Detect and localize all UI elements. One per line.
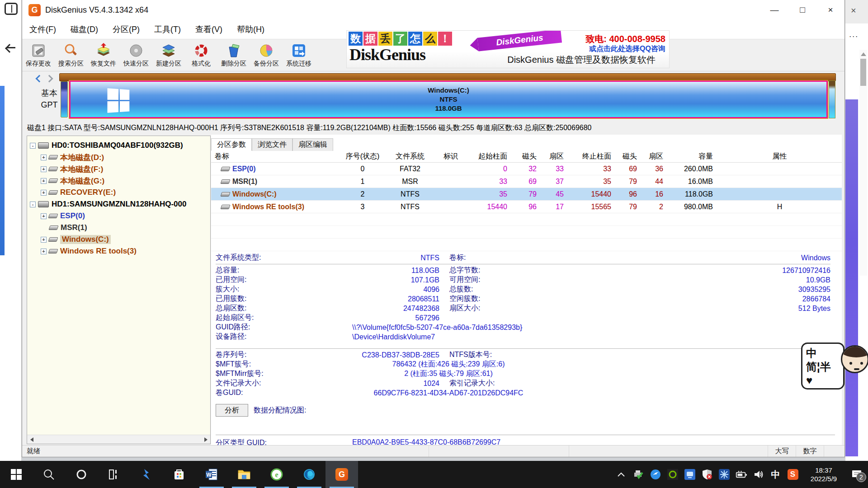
expand-icon[interactable]: + bbox=[41, 190, 47, 196]
partition-bar-esp[interactable] bbox=[61, 81, 68, 117]
expand-icon[interactable]: + bbox=[41, 155, 47, 160]
menu-disk[interactable]: 磁盘(D) bbox=[63, 21, 105, 38]
expand-icon[interactable]: + bbox=[41, 166, 47, 172]
table-row-windows-c-selected[interactable]: Windows(C:) 2 NTFS 35 79 45 15440 96 16 … bbox=[211, 188, 842, 201]
tab-partition-params[interactable]: 分区参数 bbox=[211, 138, 252, 151]
col-end-head[interactable]: 磁头 bbox=[616, 152, 642, 161]
expand-icon[interactable]: + bbox=[41, 178, 47, 184]
table-row-esp[interactable]: ESP(0) 0 FAT32 0 32 33 33 69 36 260.0MB bbox=[211, 163, 842, 175]
scroll-left-arrow-icon[interactable] bbox=[27, 436, 36, 444]
col-attr[interactable]: 属性 bbox=[717, 152, 842, 161]
tree-item-local-f[interactable]: + 本地磁盘(F:) bbox=[41, 163, 103, 175]
backup-partition-button[interactable]: 备份分区 bbox=[250, 39, 283, 71]
start-button[interactable] bbox=[0, 461, 33, 488]
col-end-cyl[interactable]: 终止柱面 bbox=[568, 152, 616, 161]
ellipsis-menu-icon[interactable]: ∙∙∙ bbox=[849, 32, 859, 41]
battery-tray-icon[interactable] bbox=[736, 469, 747, 480]
menu-partition[interactable]: 分区(P) bbox=[105, 21, 147, 38]
tree-item-windows-c[interactable]: + Windows(C:) bbox=[41, 234, 111, 245]
expand-icon[interactable]: + bbox=[41, 213, 47, 219]
floating-widget[interactable]: 中 简¦半 ♥ bbox=[801, 343, 868, 393]
task-view-button[interactable] bbox=[98, 461, 130, 488]
background-scrollbar[interactable] bbox=[859, 50, 867, 276]
save-changes-button[interactable]: 保存更改 bbox=[22, 39, 55, 71]
quick-partition-button[interactable]: 快速分区 bbox=[120, 39, 152, 71]
cortana-button[interactable] bbox=[65, 461, 98, 488]
analyze-button[interactable]: 分析 bbox=[216, 404, 248, 417]
defender-tray-icon[interactable] bbox=[701, 469, 712, 480]
tree-item-hd0[interactable]: - HD0:TOSHIBAMQ04ABF100(932GB) bbox=[30, 140, 183, 151]
tree-item-local-d[interactable]: + 本地磁盘(D:) bbox=[41, 151, 104, 163]
banner-qq-link[interactable]: 或点击此处选择QQ咨询 bbox=[589, 44, 665, 54]
menu-tools[interactable]: 工具(T) bbox=[147, 21, 188, 38]
ime-indicator[interactable]: 中 bbox=[770, 469, 781, 480]
sogou-tray-icon[interactable]: S bbox=[787, 469, 798, 480]
close-button[interactable]: × bbox=[816, 0, 844, 20]
menu-help[interactable]: 帮助(H) bbox=[230, 21, 272, 38]
nvidia-tray-icon[interactable] bbox=[667, 469, 678, 480]
col-start-cyl[interactable]: 起始柱面 bbox=[469, 152, 512, 161]
tree-item-hd1[interactable]: - HD1:SAMSUNGMZNLN128HAHQ-000 bbox=[30, 198, 187, 210]
scroll-up-arrow-icon[interactable] bbox=[861, 52, 866, 56]
system-migrate-button[interactable]: 系统迁移 bbox=[283, 39, 315, 71]
col-end-sector[interactable]: 扇区 bbox=[642, 152, 668, 161]
taskbar-search-button[interactable] bbox=[33, 461, 65, 488]
tree-item-msr[interactable]: MSR(1) bbox=[49, 222, 87, 234]
messenger-tray-icon[interactable] bbox=[650, 469, 661, 480]
edge-button[interactable] bbox=[293, 461, 326, 488]
ms-store-button[interactable] bbox=[163, 461, 195, 488]
col-flag[interactable]: 标识 bbox=[433, 152, 469, 161]
scrollbar-thumb[interactable] bbox=[860, 59, 866, 86]
recover-files-button[interactable]: 恢复文件 bbox=[87, 39, 120, 71]
search-partition-button[interactable]: 搜索分区 bbox=[55, 39, 87, 71]
tree-item-local-g[interactable]: + 本地磁盘(G:) bbox=[41, 175, 104, 187]
action-center-button[interactable]: 2 bbox=[849, 468, 864, 481]
diskgenius-taskbar-button[interactable]: G bbox=[326, 461, 358, 488]
col-capacity[interactable]: 容量 bbox=[668, 152, 717, 161]
widget-box[interactable]: 中 简¦半 ♥ bbox=[801, 343, 844, 389]
tree-item-re-tools[interactable]: + Windows RE tools(3) bbox=[41, 245, 137, 257]
next-disk-icon[interactable] bbox=[46, 75, 53, 83]
back-arrow-icon[interactable] bbox=[6, 43, 15, 52]
collapse-icon[interactable]: - bbox=[30, 143, 36, 149]
tab-sector-edit[interactable]: 扇区编辑 bbox=[292, 138, 333, 151]
minimize-button[interactable]: — bbox=[760, 0, 788, 20]
word-button[interactable]: W bbox=[195, 461, 228, 488]
new-partition-button[interactable]: 新建分区 bbox=[152, 39, 185, 71]
menu-view[interactable]: 查看(V) bbox=[188, 21, 230, 38]
intel-graphics-tray-icon[interactable] bbox=[684, 469, 695, 480]
partition-bar-windows-c[interactable]: Windows(C:) NTFS 118.0GB bbox=[69, 80, 828, 118]
col-start-sector[interactable]: 扇区 bbox=[541, 152, 568, 161]
prev-disk-icon[interactable] bbox=[36, 75, 43, 83]
scroll-right-arrow-icon[interactable] bbox=[201, 436, 210, 444]
cartoon-face-icon[interactable] bbox=[841, 345, 868, 373]
snowflake-tray-icon[interactable] bbox=[718, 469, 730, 480]
partition-bar-re-tools[interactable] bbox=[829, 80, 835, 118]
format-button[interactable]: 格式化 bbox=[185, 39, 217, 71]
maximize-button[interactable]: □ bbox=[788, 0, 816, 20]
collapse-icon[interactable]: - bbox=[30, 202, 36, 207]
menu-file[interactable]: 文件(F) bbox=[22, 21, 63, 38]
col-volume-label[interactable]: 卷标 bbox=[211, 152, 338, 161]
file-explorer-button[interactable] bbox=[228, 461, 260, 488]
tree-item-esp[interactable]: + ESP(0) bbox=[41, 210, 85, 222]
volume-tray-icon[interactable] bbox=[753, 469, 764, 480]
tree-horizontal-scrollbar[interactable] bbox=[27, 435, 210, 444]
expand-icon[interactable]: + bbox=[41, 237, 47, 243]
col-start-head[interactable]: 磁头 bbox=[512, 152, 541, 161]
tray-expand-chevron-icon[interactable] bbox=[615, 469, 627, 480]
expand-icon[interactable]: + bbox=[41, 249, 47, 254]
background-close-icon[interactable]: × bbox=[851, 6, 859, 14]
table-row-msr[interactable]: MSR(1) 1 MSR 33 69 37 35 79 44 16.0MB bbox=[211, 175, 842, 188]
table-row-re-tools[interactable]: Windows RE tools(3) 3 NTFS 15440 96 17 1… bbox=[211, 201, 842, 213]
delete-partition-button[interactable]: 删除分区 bbox=[217, 39, 250, 71]
promo-banner[interactable]: 数据丢了怎么！ DiskGenius DiskGenius 致电: 400-00… bbox=[346, 30, 670, 68]
tree-item-recovery-e[interactable]: + RECOVERY(E:) bbox=[41, 187, 116, 198]
clock[interactable]: 18:37 2022/5/9 bbox=[804, 466, 843, 483]
printer-tray-icon[interactable] bbox=[632, 469, 644, 480]
app-lightning-button[interactable] bbox=[130, 461, 163, 488]
tab-browse-files[interactable]: 浏览文件 bbox=[252, 138, 292, 151]
ie-browser-button[interactable]: e bbox=[260, 461, 293, 488]
col-filesystem[interactable]: 文件系统 bbox=[387, 152, 433, 161]
col-index-status[interactable]: 序号(状态) bbox=[338, 152, 387, 161]
